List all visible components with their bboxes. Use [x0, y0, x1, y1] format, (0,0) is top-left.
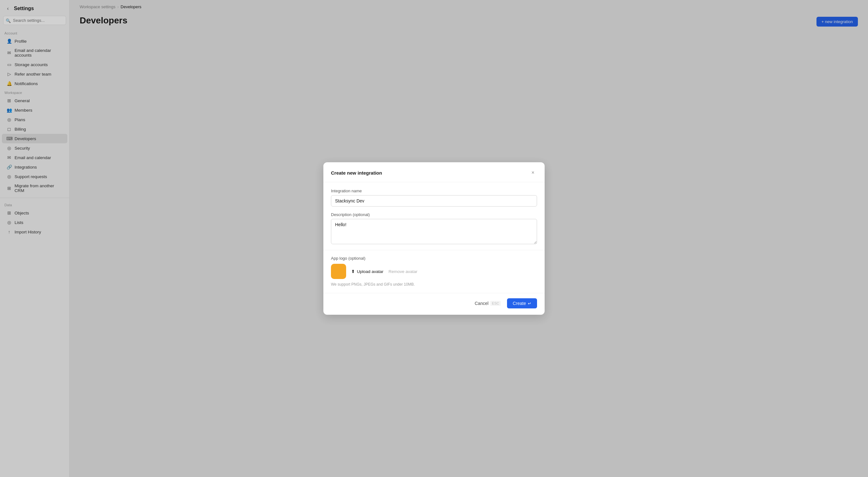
modal-body: Integration name Description (optional) … — [323, 182, 545, 293]
create-button[interactable]: Create ↵ — [507, 298, 537, 308]
create-icon: ↵ — [528, 301, 531, 306]
form-divider — [323, 250, 545, 250]
logo-section: App logo (optional) ⬆ Upload avatar Remo… — [331, 256, 537, 287]
logo-label: App logo (optional) — [331, 256, 537, 261]
modal-close-button[interactable]: × — [529, 169, 537, 177]
description-group: Description (optional) Hello! — [331, 212, 537, 244]
remove-avatar-button[interactable]: Remove avatar — [389, 269, 417, 274]
upload-avatar-button[interactable]: ⬆ Upload avatar — [351, 269, 383, 274]
modal-overlay[interactable]: Create new integration × Integration nam… — [0, 0, 868, 477]
logo-actions: ⬆ Upload avatar Remove avatar — [351, 269, 417, 274]
integration-name-group: Integration name — [331, 188, 537, 207]
cancel-button[interactable]: Cancel ESC — [472, 299, 504, 308]
create-integration-modal: Create new integration × Integration nam… — [323, 162, 545, 315]
modal-header: Create new integration × — [323, 162, 545, 182]
app-logo-preview — [331, 264, 346, 279]
logo-hint: We support PNGs, JPEGs and GIFs under 10… — [331, 282, 537, 287]
modal-footer: Cancel ESC Create ↵ — [323, 293, 545, 315]
logo-row: ⬆ Upload avatar Remove avatar — [331, 264, 537, 279]
integration-name-label: Integration name — [331, 188, 537, 193]
description-textarea[interactable]: Hello! — [331, 219, 537, 244]
create-btn-label: Create — [513, 301, 526, 306]
integration-name-input[interactable] — [331, 195, 537, 207]
description-label: Description (optional) — [331, 212, 537, 217]
upload-icon: ⬆ — [351, 269, 355, 274]
cancel-btn-label: Cancel — [475, 301, 489, 306]
cancel-shortcut: ESC — [490, 301, 501, 306]
upload-btn-label: Upload avatar — [357, 269, 383, 274]
modal-title: Create new integration — [331, 170, 382, 176]
